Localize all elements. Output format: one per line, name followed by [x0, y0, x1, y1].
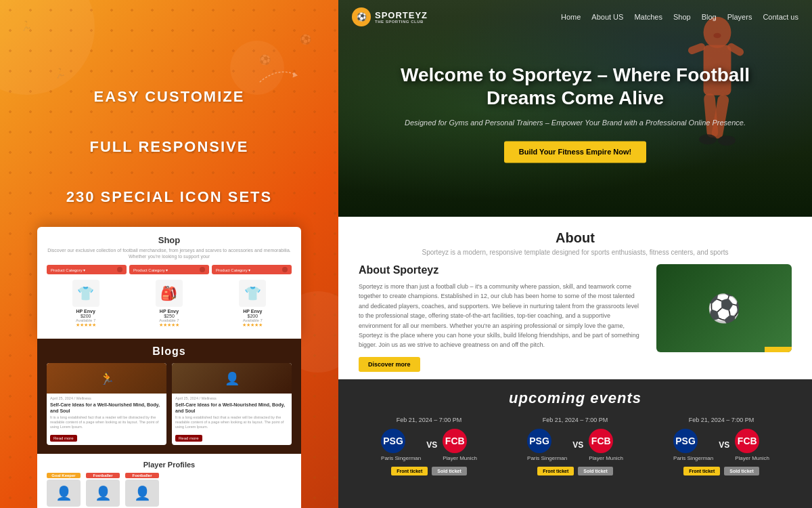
sold-ticket-btn-1[interactable]: Sold ticket	[432, 467, 466, 475]
vs-text-1: VS	[426, 440, 437, 450]
shop-products: 👕 HP Envy $200 Available 7 ★★★★★ 🎒 HP En…	[47, 280, 292, 328]
event-date-2: Feb 21, 2024 – 7:00 PM	[508, 417, 643, 423]
player-label-1: Goal Keeper	[47, 473, 81, 478]
hero-title: Welcome to Sporteyz – Where Football Dre…	[399, 64, 751, 109]
nav-links: Home About US Matches Shop Blog Players …	[561, 13, 798, 21]
about-learn-more-button[interactable]: Discover more	[359, 357, 420, 372]
shop-filter-3[interactable]: Product Category ▾	[212, 265, 292, 274]
shop-desc: Discover our exclusive collection of foo…	[47, 247, 292, 259]
front-ticket-btn-3[interactable]: Front ticket	[683, 467, 720, 475]
about-section: About Sporteyz is a modern, responsive t…	[338, 217, 812, 379]
event-match-1: PSG Paris Singerman VS FCB Player Munich	[361, 429, 497, 461]
product-stars-2: ★★★★★	[130, 322, 208, 328]
team1-col-1: PSG Paris Singerman	[381, 429, 421, 461]
blog-card-body-1: April 25, 2024 / Wellness Self-Care Idea…	[47, 394, 166, 445]
nav-about[interactable]: About US	[591, 13, 623, 21]
nav-players[interactable]: Players	[727, 13, 752, 21]
events-title: upcoming events	[359, 389, 792, 407]
logo-icon: ⚽	[352, 7, 371, 26]
players-row: Goal Keeper 👤 Footballer 👤 Footballer 👤	[47, 473, 292, 507]
hero-section: ⚽ SPORTEYZ THE SPORTING CLUB Home About …	[338, 0, 812, 217]
event-date-3: Feb 21, 2024 – 7:00 PM	[654, 417, 789, 423]
filter-dot	[200, 267, 205, 272]
list-item: 👕 HP Envy $200 Available 7 ★★★★★	[47, 280, 125, 328]
preview-section: Shop Discover our exclusive collection o…	[0, 227, 338, 508]
nav-blog[interactable]: Blog	[702, 13, 717, 21]
logo-text: SPORTEYZ THE SPORTING CLUB	[375, 11, 428, 24]
blog-read-more-2[interactable]: Read more	[175, 435, 202, 442]
team-badge-bay-2: FCB	[589, 429, 613, 453]
list-item: Footballer 👤	[86, 473, 120, 507]
blog-meta-1: April 25, 2024 / Wellness	[50, 396, 163, 400]
list-item: Feb 21, 2024 – 7:00 PM PSG Paris Singerm…	[654, 417, 789, 475]
nav-shop[interactable]: Shop	[673, 13, 691, 21]
feature-labels: EASY CUSTOMIZE FULL RESPONSIVE 230 SPECI…	[66, 88, 272, 238]
shop-preview: Shop Discover our exclusive collection o…	[37, 227, 301, 339]
front-ticket-btn-2[interactable]: Front ticket	[537, 467, 574, 475]
list-item: Footballer 👤	[125, 473, 159, 507]
nav-home[interactable]: Home	[561, 13, 581, 21]
nav-contact[interactable]: Contact us	[763, 13, 798, 21]
about-header: About Sporteyz is a modern, responsive t…	[359, 230, 792, 256]
blog-card-image-2: 👤	[172, 363, 292, 394]
front-ticket-btn-1[interactable]: Front ticket	[391, 467, 428, 475]
product-name-1: HP Envy	[47, 309, 125, 314]
product-price-1: $200	[47, 314, 125, 318]
events-section: upcoming events Feb 21, 2024 – 7:00 PM P…	[338, 379, 812, 508]
team-name-bay-2: Player Munich	[589, 455, 623, 461]
team1-col-3: PSG Paris Singerman	[673, 429, 713, 461]
team-name-bay-3: Player Munich	[735, 455, 769, 461]
player-avatar-2: 👤	[86, 480, 120, 507]
events-grid: Feb 21, 2024 – 7:00 PM PSG Paris Singerm…	[359, 417, 792, 475]
blog-card-text-2: It is a long established fact that a rea…	[175, 415, 288, 429]
filter-dot	[117, 267, 122, 272]
team-badge-psg-2: PSG	[527, 429, 551, 453]
product-price-3: $200	[214, 314, 292, 318]
team-badge-bay-1: FCB	[443, 429, 467, 453]
list-item: 🏃 April 25, 2024 / Wellness Self-Care Id…	[47, 363, 166, 445]
nav-matches[interactable]: Matches	[634, 13, 662, 21]
list-item: Feb 21, 2024 – 7:00 PM PSG Paris Singerm…	[361, 417, 497, 475]
blog-card-body-2: April 25, 2024 / Wellness Self-Care Idea…	[172, 394, 292, 445]
list-item: Feb 21, 2024 – 7:00 PM PSG Paris Singerm…	[508, 417, 643, 475]
team2-col-1: FCB Player Munich	[443, 429, 477, 461]
event-tickets-1: Front ticket Sold ticket	[361, 467, 497, 475]
event-tickets-2: Front ticket Sold ticket	[508, 467, 643, 475]
blog-meta-2: April 25, 2024 / Wellness	[175, 396, 288, 400]
shop-filter-2[interactable]: Product Category ▾	[129, 265, 209, 274]
hero-cta-button[interactable]: Build Your Fitness Empire Now!	[504, 141, 646, 163]
about-content-title: About Sporteyz	[359, 264, 643, 276]
about-content: About Sporteyz Sporteyz is more than jus…	[359, 264, 792, 372]
list-item: 👤 April 25, 2024 / Wellness Self-Care Id…	[172, 363, 292, 445]
sold-ticket-btn-3[interactable]: Sold ticket	[724, 467, 759, 475]
team-name-psg-3: Paris Singerman	[673, 455, 713, 461]
product-image-2: 🎒	[156, 280, 183, 307]
product-image-1: 👕	[72, 280, 99, 307]
blog-card-title-2: Self-Care Ideas for a Well-Nourished Min…	[175, 402, 288, 414]
hero-nav: ⚽ SPORTEYZ THE SPORTING CLUB Home About …	[338, 0, 812, 34]
deco-person-icon: 🏃	[20, 20, 32, 31]
players-preview: Player Profiles Goal Keeper 👤 Footballer…	[37, 454, 301, 508]
logo-sub: THE SPORTING CLUB	[375, 20, 428, 24]
about-section-title: About	[359, 230, 792, 246]
player-avatar-3: 👤	[125, 480, 159, 507]
team-name-psg-1: Paris Singerman	[381, 455, 421, 461]
deco-person-icon: 🏃	[54, 68, 66, 79]
list-item: 👕 HP Envy $200 Available 7 ★★★★★	[214, 280, 292, 328]
product-stars-3: ★★★★★	[214, 322, 292, 328]
feature-icon-sets: 230 SPECIAL ICON SETS	[66, 188, 272, 206]
list-item: Goal Keeper 👤	[47, 473, 81, 507]
player-avatar-1: 👤	[47, 480, 81, 507]
about-image: ⚽	[656, 264, 792, 352]
deco-person-icon: ⚽	[300, 34, 311, 45]
about-body-text: Sporteyz is more than just a football cl…	[359, 282, 643, 350]
event-date-1: Feb 21, 2024 – 7:00 PM	[361, 417, 497, 423]
shop-filter-1[interactable]: Product Category ▾	[47, 265, 127, 274]
blog-read-more-1[interactable]: Read more	[50, 435, 77, 442]
team2-col-2: FCB Player Munich	[589, 429, 623, 461]
product-stars-1: ★★★★★	[47, 322, 125, 328]
sold-ticket-btn-2[interactable]: Sold ticket	[578, 467, 612, 475]
product-name-3: HP Envy	[214, 309, 292, 314]
blog-card-image-1: 🏃	[47, 363, 166, 394]
player-label-2: Footballer	[86, 473, 120, 478]
